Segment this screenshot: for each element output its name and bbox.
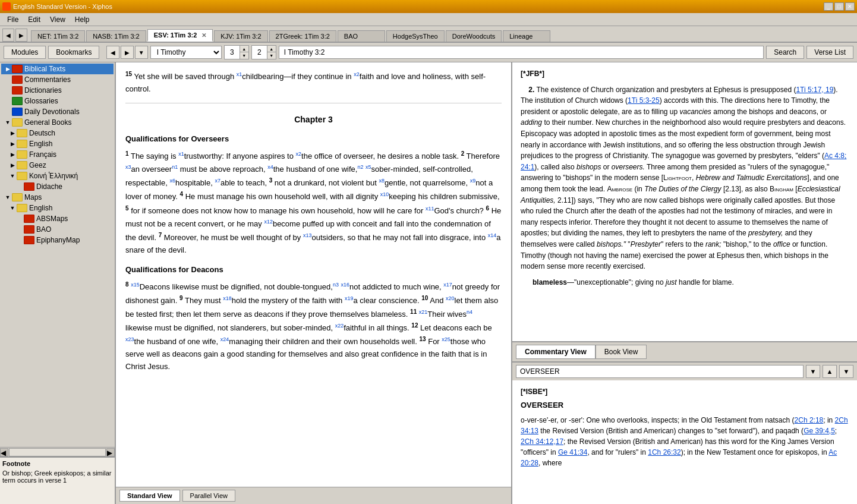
sidebar-item-english-maps[interactable]: ▼ English [1, 203, 114, 213]
chapter-input[interactable] [225, 46, 240, 59]
ref-ac-48[interactable]: Ac 4:8; 24:1 [521, 152, 846, 171]
forward-button[interactable]: ▶ [121, 46, 134, 59]
sidebar-item-commentaries[interactable]: Commentaries [1, 74, 114, 85]
tab-net[interactable]: NET: 1Tim 3:2 [31, 30, 85, 42]
ref-1ti-53[interactable]: 1Ti 5:3-25 [628, 96, 660, 105]
note-ref-x20[interactable]: x20 [446, 295, 455, 301]
sidebar-item-english-general[interactable]: ▶ English [1, 138, 114, 149]
note-ref-n1[interactable]: n1 [172, 164, 178, 170]
sidebar-item-deutsch[interactable]: ▶ Deutsch [1, 128, 114, 138]
book-select[interactable]: I Timothy [150, 46, 222, 59]
sidebar-item-didache[interactable]: Didache [1, 181, 114, 192]
note-ref-x4[interactable]: x4 [267, 164, 273, 170]
note-ref-x9[interactable]: x9 [470, 178, 476, 184]
tab-hodge[interactable]: HodgeSysTheo [386, 30, 445, 42]
scroll-right-btn[interactable]: ▶ [106, 448, 115, 456]
menu-view[interactable]: View [45, 14, 70, 25]
menu-help[interactable]: Help [70, 14, 94, 25]
sidebar-item-dictionaries[interactable]: Dictionaries [1, 85, 114, 96]
parallel-view-tab[interactable]: Parallel View [182, 490, 235, 502]
sidebar-item-general-books[interactable]: ▼ General Books [1, 117, 114, 128]
tab-nav-left[interactable]: ◀ [2, 29, 14, 42]
note-ref-x15[interactable]: x15 [131, 282, 140, 288]
sidebar-item-maps[interactable]: ▼ Maps [1, 192, 114, 203]
tab-nasb[interactable]: NASB: 1Tim 3:2 [86, 30, 146, 42]
sidebar-item-bao[interactable]: BAO [1, 224, 114, 235]
sidebar-item-koine[interactable]: ▼ Κοινή Ἑλληνική [1, 171, 114, 181]
ref-1ti-517[interactable]: 1Ti 5:17, 19 [796, 86, 833, 94]
menu-file[interactable]: File [2, 14, 23, 25]
back-button[interactable]: ◀ [106, 46, 119, 59]
note-ref-n3[interactable]: n3 [333, 282, 339, 288]
titlebar-buttons[interactable]: _ □ ✕ [824, 2, 855, 11]
note-ref-x16[interactable]: x16 [341, 282, 350, 288]
dict-ref-ge394[interactable]: Ge 39:4,5 [804, 427, 835, 435]
note-ref-x21[interactable]: x21 [419, 309, 428, 315]
verse-spinner[interactable]: ▲ ▼ [251, 45, 276, 59]
tab-bao[interactable]: BAO [338, 30, 385, 42]
nav-down[interactable]: ▼ [135, 46, 148, 59]
note-ref-x17[interactable]: x17 [443, 282, 452, 288]
note-ref-x8[interactable]: x8 [379, 178, 385, 184]
tab-lineage[interactable]: Lineage [503, 30, 550, 42]
sidebar-item-epiphanymap[interactable]: EpiphanyMap [1, 235, 114, 245]
verse-list-button[interactable]: Verse List [806, 46, 853, 59]
note-ref-x12[interactable]: x12 [264, 219, 273, 225]
menu-edit[interactable]: Edit [23, 14, 45, 25]
sidebar-hscroll-track[interactable] [9, 448, 106, 456]
verse-up[interactable]: ▲ [267, 46, 276, 52]
bookmarks-button[interactable]: Bookmarks [48, 46, 99, 59]
note-ref-x2[interactable]: x2 [354, 71, 360, 77]
note-ref-n4[interactable]: n4 [467, 309, 472, 315]
tab-2tgreek[interactable]: 2TGreek: 1Tim 3:2 [269, 30, 336, 42]
verse-input[interactable] [252, 46, 267, 59]
sidebar-scrollbar[interactable]: ◀ ▶ [0, 447, 115, 456]
tab-kjv[interactable]: KJV: 1Tim 3:2 [214, 30, 267, 42]
note-ref-x22[interactable]: x22 [335, 323, 344, 329]
tab-dore[interactable]: DoreWoodcuts [446, 30, 502, 42]
dict-prev-btn[interactable]: ▲ [823, 365, 837, 378]
sidebar-item-geez[interactable]: ▶ Geez [1, 160, 114, 171]
dict-next-btn[interactable]: ▼ [839, 365, 853, 378]
commentary-view-tab[interactable]: Commentary View [516, 345, 596, 359]
search-button[interactable]: Search [766, 46, 804, 59]
standard-view-tab[interactable]: Standard View [119, 490, 180, 502]
note-ref-x13[interactable]: x13 [303, 232, 312, 238]
dict-ref-2ch218[interactable]: 2Ch 2:18 [795, 416, 824, 424]
note-ref-x6[interactable]: x6 [169, 178, 175, 184]
modules-button[interactable]: Modules [4, 46, 46, 59]
note-ref-n2[interactable]: n2 [357, 164, 363, 170]
note-ref-x1a[interactable]: x1 [178, 151, 184, 157]
sidebar-item-glossaries[interactable]: Glossaries [1, 96, 114, 106]
tab-nav-right[interactable]: ▶ [15, 29, 27, 42]
note-ref-x2a[interactable]: x2 [296, 151, 302, 157]
note-ref-x7[interactable]: x7 [215, 178, 220, 184]
chapter-up[interactable]: ▲ [240, 46, 248, 52]
scroll-left-btn[interactable]: ◀ [0, 448, 8, 456]
note-ref-x19[interactable]: x19 [345, 295, 354, 301]
dictionary-search-input[interactable] [516, 365, 804, 378]
tab-esv-close[interactable]: ✕ [201, 32, 206, 39]
dict-dropdown-btn[interactable]: ▼ [806, 365, 820, 378]
note-ref-x3[interactable]: x3 [125, 164, 131, 170]
note-ref-x11[interactable]: x11 [426, 206, 434, 212]
dict-ref-ge4134[interactable]: Ge 41:34 [558, 448, 587, 456]
note-ref-x24[interactable]: x24 [220, 336, 229, 342]
note-ref-x25[interactable]: x25 [442, 336, 450, 342]
note-ref-x14[interactable]: x14 [488, 232, 497, 238]
reference-display[interactable] [279, 46, 764, 59]
sidebar-item-francais[interactable]: ▶ Français [1, 149, 114, 160]
note-ref-x5[interactable]: x5 [366, 164, 371, 170]
sidebar-item-biblical-texts[interactable]: ▶ Biblical Texts [1, 64, 114, 74]
note-ref-x18[interactable]: x18 [223, 295, 232, 301]
note-ref-x23[interactable]: x23 [125, 336, 134, 342]
sidebar-item-absmaps[interactable]: ABSMaps [1, 213, 114, 224]
dict-ref-1ch2632[interactable]: 1Ch 26:32 [648, 448, 680, 456]
note-ref-x1[interactable]: x1 [237, 71, 242, 77]
book-view-tab[interactable]: Book View [596, 345, 647, 359]
chapter-spinner[interactable]: ▲ ▼ [224, 45, 249, 59]
dict-ref-2ch3412[interactable]: 2Ch 34:12,17 [521, 437, 563, 446]
minimize-button[interactable]: _ [824, 2, 833, 11]
chapter-down[interactable]: ▼ [240, 52, 248, 59]
maximize-button[interactable]: □ [834, 2, 844, 11]
